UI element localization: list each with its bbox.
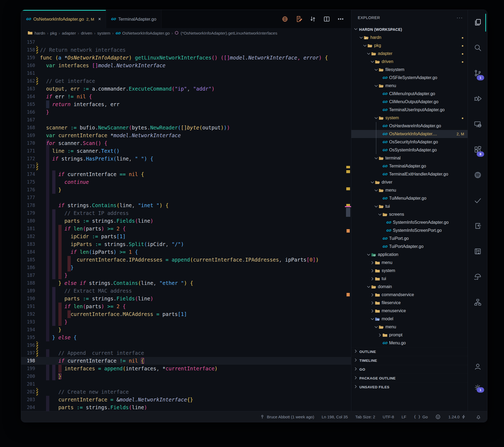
tree-folder-commandservice[interactable]: commandservice xyxy=(351,291,468,299)
code-line[interactable]: 168 scanner := bufio.NewScanner(bytes.Ne… xyxy=(21,124,351,132)
tab-TerminalAdapter.go[interactable]: GOTerminalAdapter.go xyxy=(106,10,161,28)
code-line[interactable]: 182 ipCidr := parts[1] xyxy=(21,233,351,240)
code-line[interactable]: 157 xyxy=(21,38,351,46)
tree-folder-screens[interactable]: screens xyxy=(351,210,468,218)
section-unsaved-files[interactable]: UNSAVED FILES xyxy=(351,382,468,391)
code-line[interactable]: 184 if len(ipParts) >= 1 { xyxy=(21,248,351,256)
code-line[interactable]: 174 if currentInterface == nil { xyxy=(21,170,351,178)
code-line[interactable]: 162 // Get interface xyxy=(21,77,351,85)
tree-folder-hardn[interactable]: hardn● xyxy=(351,33,468,42)
breadcrumb-item[interactable]: pkg xyxy=(50,31,57,36)
tree-file-osfilesystemadapter-go[interactable]: GOOSFileSystemAdapter.go xyxy=(351,74,468,82)
breadcrumb-item[interactable]: driven xyxy=(81,31,92,36)
code-line[interactable]: 191 if len(parts) >= 2 { xyxy=(21,303,351,310)
breadcrumb-item[interactable]: system xyxy=(97,31,110,36)
section-go[interactable]: GO xyxy=(351,365,468,374)
tree-file-ossecurityinfoadapter-go[interactable]: GOOsSecurityInfoAdapter.go xyxy=(351,138,468,146)
code-line[interactable]: 199 interfaces = append(interfaces, *cur… xyxy=(21,365,351,372)
code-line[interactable]: 195 } else { xyxy=(21,334,351,341)
tree-folder-menuservice[interactable]: menuservice xyxy=(351,307,468,315)
tree-folder-menu[interactable]: menu xyxy=(351,323,468,331)
tree-folder-application[interactable]: application xyxy=(351,251,468,259)
code-line[interactable]: 194 } xyxy=(21,326,351,334)
code-line[interactable]: 181 if len(parts) >= 2 { xyxy=(21,225,351,233)
preview-icon[interactable] xyxy=(295,16,302,23)
breadcrumb-item[interactable]: adapter xyxy=(62,31,76,36)
code-line[interactable]: 179 // Extract IP address xyxy=(21,209,351,217)
status-item-utf-8[interactable]: UTF-8 xyxy=(383,415,394,419)
account-icon[interactable] xyxy=(468,357,487,378)
workspace-root-row[interactable]: HARDN (WORKSPACE) xyxy=(351,25,468,33)
run-debug-icon[interactable] xyxy=(468,86,487,112)
breadcrumb-file[interactable]: OsNetworkInfoAdapter.go xyxy=(122,31,170,36)
tree-folder-terminal[interactable]: terminal xyxy=(351,154,468,162)
umbrella-icon[interactable] xyxy=(468,265,487,290)
code-line[interactable]: 166 } xyxy=(21,108,351,116)
status-item-tab-size-2[interactable]: Tab Size: 2 xyxy=(355,415,375,419)
tree-folder-menu[interactable]: menu xyxy=(351,259,468,267)
more-actions-icon[interactable] xyxy=(337,16,344,23)
code-line[interactable]: 204 parts := strings.Fields(line) xyxy=(21,404,351,411)
tree-folder-driver[interactable]: driver xyxy=(351,178,468,186)
code-line[interactable]: 190 parts := strings.Fields(line) xyxy=(21,295,351,303)
tree-folder-menu[interactable]: menu xyxy=(351,82,468,90)
tree-file-osnetworkinfoadapter-[interactable]: GOOsNetworkInfoAdapter....2, M xyxy=(351,130,468,138)
code-line[interactable]: 200 } xyxy=(21,372,351,380)
code-line[interactable]: 178 if strings.Contains(line, "inet ") { xyxy=(21,202,351,209)
code-line[interactable]: 169 var currentInterface *model.NetworkI… xyxy=(21,132,351,139)
code-line[interactable]: 159func (a *OsNetworkInfoAdapter) getLin… xyxy=(21,54,351,62)
tree-folder-system[interactable]: system● xyxy=(351,114,468,122)
breadcrumb[interactable]: hardn›pkg›adapter›driven›system›GOOsNetw… xyxy=(21,28,358,38)
close-icon[interactable]: × xyxy=(98,16,101,22)
status-item-1-24-0[interactable]: 1.24.0 xyxy=(448,415,466,419)
code-line[interactable]: 198 if currentInterface != nil { xyxy=(21,357,351,365)
tree-file-climenuinputadapter-go[interactable]: GOCliMenuInputAdapter.go xyxy=(351,90,468,98)
tree-file-terminaluserinputadapter-go[interactable]: GOTerminalUserInputAdapter.go xyxy=(351,106,468,114)
tree-file-tuiportadapter-go[interactable]: GOTuiPortAdapter.go xyxy=(351,243,468,251)
code-line[interactable]: 183 ipParts := strings.Split(ipCidr, "/"… xyxy=(21,240,351,248)
status-item-lf[interactable]: LF xyxy=(401,415,406,419)
code-line[interactable]: 197 // Append current interface xyxy=(21,349,351,357)
code-line[interactable]: 170 for scanner.Scan() { xyxy=(21,139,351,147)
tree-file-systeminfoscreenadapter-go[interactable]: GOSystemInfoScreenAdapter.go xyxy=(351,218,468,226)
tree-folder-adapter[interactable]: adapter● xyxy=(351,50,468,58)
code-line[interactable]: 176 } xyxy=(21,186,351,194)
tree-file-menu-go[interactable]: GOMenu.go xyxy=(351,339,468,347)
remote-explorer-icon[interactable] xyxy=(468,112,487,137)
section-timeline[interactable]: TIMELINE xyxy=(351,356,468,365)
bell-icon[interactable] xyxy=(476,414,481,420)
code-line[interactable]: 189 // Extract MAC address xyxy=(21,287,351,295)
tree-folder-system[interactable]: system xyxy=(351,267,468,275)
tree-folder-prompt[interactable]: prompt xyxy=(351,331,468,339)
code-line[interactable]: 202 // Create new interface xyxy=(21,388,351,396)
code-line[interactable]: 201 xyxy=(21,380,351,388)
tree-folder-tui[interactable]: tui xyxy=(351,275,468,283)
tree-folder-menu[interactable]: menu xyxy=(351,186,468,194)
code-line[interactable]: 175 continue xyxy=(21,178,351,186)
code-line[interactable]: 177 xyxy=(21,194,351,202)
code-line[interactable]: 160 var interfaces []model.NetworkInterf… xyxy=(21,62,351,69)
code-line[interactable]: 192 currentInterface.MACAddress = parts[… xyxy=(21,310,351,318)
notebook-icon[interactable] xyxy=(468,239,487,265)
tree-folder-pkg[interactable]: pkg● xyxy=(351,42,468,50)
tree-file-terminalexithandleradapter-go[interactable]: GOTerminalExitHandlerAdapter.go xyxy=(351,170,468,178)
status-item[interactable] xyxy=(435,414,441,420)
status-item-ln-198-col-35[interactable]: Ln 198, Col 35 xyxy=(322,415,348,419)
code-line[interactable]: 172 if strings.HasPrefix(line, " ") { xyxy=(21,155,351,163)
code-line[interactable]: 163 output, err := a.commander.ExecuteCo… xyxy=(21,85,351,93)
section-package-outline[interactable]: PACKAGE OUTLINE xyxy=(351,374,468,382)
globe-icon[interactable] xyxy=(281,16,288,23)
status-item-go[interactable]: { }Go xyxy=(414,415,428,419)
split-editor-icon[interactable] xyxy=(323,16,330,23)
files-icon[interactable] xyxy=(468,10,487,35)
tree-file-systeminfoscreenport-go[interactable]: GOSystemInfoScreenPort.go xyxy=(351,226,468,234)
tree-file-oshardwareinfoadapter-go[interactable]: GOOsHardwareInfoAdapter.go xyxy=(351,122,468,130)
tree-folder-model[interactable]: model xyxy=(351,315,468,323)
tree-file-tuiport-go[interactable]: GOTuiPort.go xyxy=(351,234,468,243)
code-line[interactable]: 158// Return network interfaces xyxy=(21,46,351,54)
more-actions-icon[interactable]: ··· xyxy=(457,15,463,21)
code-line[interactable]: 193 } xyxy=(21,318,351,326)
code-line[interactable]: 185 currentInterface.IPAddresses = appen… xyxy=(21,256,351,264)
compare-changes-icon[interactable] xyxy=(309,16,316,23)
section-outline[interactable]: OUTLINE xyxy=(351,347,468,356)
